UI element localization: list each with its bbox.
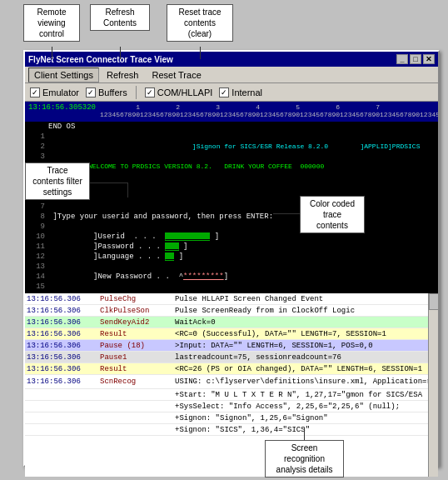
internal-checkbox[interactable]: ✓ xyxy=(219,88,229,98)
remote-viewing-annotation: Remote viewing control xyxy=(23,4,80,42)
color-coded-annotation: Color codedtracecontents xyxy=(300,196,365,233)
toolbar-emulator[interactable]: ✓ Emulator xyxy=(30,88,79,98)
close-button[interactable]: ✕ xyxy=(423,54,435,64)
trace-filter-annotation: Tracecontents filtersettings xyxy=(25,162,90,200)
terminal-row: 11 ]Password . . . ] xyxy=(25,242,438,252)
reset-trace-annotation: Reset tracecontents(clear) xyxy=(167,4,233,42)
terminal-row: 12 ]Language . . . ] xyxy=(25,252,438,262)
log-row-continuation: +SysSelect: "Info Access", 2,25,6="2,25,… xyxy=(25,401,438,412)
menu-client-settings[interactable]: Client Settings xyxy=(28,68,99,82)
terminal-row: 3 xyxy=(25,152,438,162)
main-window: FlyNet Screen Connector Trace View _ □ ✕… xyxy=(23,50,440,467)
terminal-row: END OS xyxy=(25,122,438,132)
toolbar-separator xyxy=(136,86,137,99)
menu-bar: Client Settings Refresh Reset Trace xyxy=(25,67,438,83)
terminal-row: 8 ]Type your userid and password, then p… xyxy=(25,212,438,222)
terminal-row: 10 ]Userid . . . ] xyxy=(25,232,438,242)
maximize-button[interactable]: □ xyxy=(410,54,421,64)
buffers-checkbox[interactable]: ✓ xyxy=(86,88,96,98)
log-row-continuation: +Signon: "SICS", 1,36,4="SICS" xyxy=(25,424,438,436)
vertical-scrollbar[interactable] xyxy=(428,293,438,477)
log-row: 13:16:56.306 Pause (18) >Input: DATA="" … xyxy=(25,340,438,352)
minimize-button[interactable]: _ xyxy=(396,54,408,64)
log-row: 13:16:56.306 Result <RC=26 (PS or OIA ch… xyxy=(25,363,438,375)
ruler-scale: 1 2 3 4 5 6 7 12345678901234567890123456… xyxy=(100,102,438,122)
refresh-contents-annotation: Refresh Contents xyxy=(90,4,150,31)
log-row: 13:16:56.306 Result <RC=0 (Successful), … xyxy=(25,328,438,340)
terminal-row: 2 ]Signon for SICS/ESR Release 8.2.0 ]AP… xyxy=(25,142,438,152)
window-title: FlyNet Screen Connector Trace View xyxy=(28,55,173,64)
log-row: 13:16:56.306 Pause1 lastreadcount=75, se… xyxy=(25,352,438,363)
log-row: 13:16:56.306 PulseChg Pulse HLLAPI Scree… xyxy=(25,293,438,305)
screen-recognition-annotation: Screenrecognitionanalysis details xyxy=(265,440,344,478)
terminal-row: 13 xyxy=(25,262,438,272)
ruler-row: 13:16:56.305320 1 2 3 4 5 6 7 1234567890… xyxy=(25,102,438,122)
log-row-continuation: +Signon: "Signon", 1,25,6="Signon" xyxy=(25,412,438,424)
log-row-continuation: +Start: "M U L T X T E R N", 1,27,17="gm… xyxy=(25,389,438,401)
menu-reset-trace[interactable]: Reset Trace xyxy=(146,68,207,82)
toolbar-buffers[interactable]: ✓ Buffers xyxy=(86,88,127,98)
title-bar-buttons: _ □ ✕ xyxy=(396,54,435,64)
log-row: 13:16:56.306 ClkPulseSon Pulse ScreenRea… xyxy=(25,305,438,317)
scrollbar-thumb[interactable] xyxy=(429,293,438,310)
menu-refresh[interactable]: Refresh xyxy=(101,68,145,82)
terminal-row: 15 xyxy=(25,282,438,292)
terminal-row: 1 xyxy=(25,132,438,142)
terminal-row: 9 xyxy=(25,222,438,232)
log-row: 13:16:56.306 ScnRecog USING: c:\flyserve… xyxy=(25,375,438,389)
comhllapi-checkbox[interactable]: ✓ xyxy=(145,88,155,98)
toolbar-internal[interactable]: ✓ Internal xyxy=(219,88,262,98)
log-row: 13:16:56.306 SendKeyAid2 WaitAck=0 xyxy=(25,317,438,328)
title-bar: FlyNet Screen Connector Trace View _ □ ✕ xyxy=(25,52,438,67)
log-area: 13:16:56.306 PulseChg Pulse HLLAPI Scree… xyxy=(25,293,438,477)
ruler-timestamp: 13:16:56.305320 xyxy=(25,102,100,122)
toolbar: ✓ Emulator ✓ Buffers ✓ COM/HLLAPI ✓ Inte… xyxy=(25,83,438,102)
toolbar-comhllapi[interactable]: ✓ COM/HLLAPI xyxy=(145,88,213,98)
terminal-row: 14 ]New Password . . ^*********] xyxy=(25,272,438,282)
terminal-row: 7 xyxy=(25,202,438,212)
emulator-checkbox[interactable]: ✓ xyxy=(30,88,40,98)
